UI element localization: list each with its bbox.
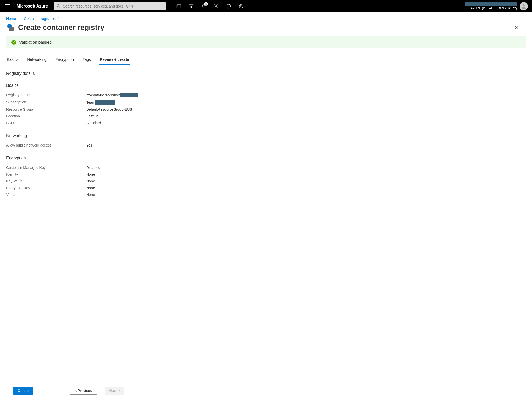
menu-icon[interactable] xyxy=(2,1,12,11)
label-subscription: Subscription xyxy=(6,100,86,105)
chevron-right-icon: 〉 xyxy=(18,17,21,21)
tab-networking[interactable]: Networking xyxy=(26,56,47,65)
svg-point-8 xyxy=(523,4,524,6)
section-registry-details: Registry details xyxy=(6,71,526,76)
svg-point-7 xyxy=(242,6,242,6)
subsection-encryption: Encryption xyxy=(6,156,526,161)
value-subscription: Team xyxy=(86,100,95,104)
container-registry-icon xyxy=(6,23,15,32)
redacted xyxy=(120,93,138,97)
row-location: Location East US xyxy=(6,113,526,119)
redacted xyxy=(95,100,115,105)
content: ✓ Validation passed Basics Networking En… xyxy=(0,36,532,380)
notification-badge: 1 xyxy=(204,2,208,6)
value-location: East US xyxy=(86,114,99,118)
label-public-access: Allow public network access xyxy=(6,143,86,147)
subsection-basics: Basics xyxy=(6,83,526,88)
value-encryption-key: None xyxy=(86,186,95,190)
label-registry-name: Registry name xyxy=(6,93,86,97)
value-sku: Standard xyxy=(86,121,101,125)
row-cmk: Customer-Managed Key Disabled xyxy=(6,164,526,171)
notifications-icon[interactable]: 1 xyxy=(201,3,207,9)
help-icon[interactable] xyxy=(225,3,232,9)
subsection-networking: Networking xyxy=(6,134,526,138)
tab-tags[interactable]: Tags xyxy=(82,56,91,65)
row-version: Version None xyxy=(6,191,526,198)
directory-label: AZURE (DEFAULT DIRECTORY) xyxy=(465,6,517,11)
svg-point-5 xyxy=(239,4,243,8)
value-registry-name: mycontainerregistry2 xyxy=(86,93,120,97)
value-identity: None xyxy=(86,172,95,176)
svg-rect-2 xyxy=(177,5,181,8)
checkmark-icon: ✓ xyxy=(11,40,16,45)
value-public-access: Yes xyxy=(86,143,92,147)
page-title: Create container registry xyxy=(18,23,104,32)
label-version: Version xyxy=(6,192,86,197)
breadcrumb-container-registries[interactable]: Container registries xyxy=(24,17,55,21)
svg-point-3 xyxy=(216,6,217,7)
row-identity: Identity None xyxy=(6,171,526,178)
label-sku: SKU xyxy=(6,121,86,125)
search-icon xyxy=(57,4,60,9)
label-resource-group: Resource Group xyxy=(6,107,86,111)
svg-rect-9 xyxy=(9,27,14,31)
settings-icon[interactable] xyxy=(213,3,219,9)
chevron-right-icon: 〉 xyxy=(58,17,61,21)
svg-point-0 xyxy=(57,4,59,7)
search-box[interactable] xyxy=(54,2,166,10)
row-registry-name: Registry name mycontainerregistry2 xyxy=(6,91,526,99)
svg-point-6 xyxy=(240,6,241,6)
value-key-vault: None xyxy=(86,179,95,183)
label-key-vault: Key Vault xyxy=(6,179,86,183)
row-key-vault: Key Vault None xyxy=(6,178,526,184)
tab-encryption[interactable]: Encryption xyxy=(55,56,74,65)
avatar[interactable] xyxy=(520,2,528,10)
validation-banner: ✓ Validation passed xyxy=(6,36,526,48)
search-input[interactable] xyxy=(63,4,163,8)
value-version: None xyxy=(86,192,95,197)
tabs: Basics Networking Encryption Tags Review… xyxy=(6,56,526,65)
top-bar: Microsoft Azure 1 AZURE (DEFAULT DIRE xyxy=(0,0,532,12)
top-icons: 1 xyxy=(176,3,244,9)
account-email-redacted xyxy=(465,2,517,6)
svg-line-1 xyxy=(59,6,60,8)
breadcrumb-home[interactable]: Home xyxy=(6,17,16,21)
value-resource-group: DefaultResourceGroup-EUS xyxy=(86,107,132,111)
tab-review-create[interactable]: Review + create xyxy=(99,56,130,65)
row-resource-group: Resource Group DefaultResourceGroup-EUS xyxy=(6,106,526,113)
cloud-shell-icon[interactable] xyxy=(176,3,182,9)
row-sku: SKU Standard xyxy=(6,119,526,126)
breadcrumb: Home 〉 Container registries 〉 xyxy=(0,12,532,22)
filter-icon[interactable] xyxy=(188,3,194,9)
label-cmk: Customer-Managed Key xyxy=(6,165,86,170)
feedback-icon[interactable] xyxy=(238,3,244,9)
validation-message: Validation passed xyxy=(19,40,52,45)
close-icon[interactable] xyxy=(512,23,521,32)
account-area[interactable]: AZURE (DEFAULT DIRECTORY) xyxy=(465,2,530,11)
row-encryption-key: Encryption key None xyxy=(6,184,526,191)
label-location: Location xyxy=(6,114,86,118)
value-cmk: Disabled xyxy=(86,165,100,170)
tab-basics[interactable]: Basics xyxy=(6,56,19,65)
row-public-access: Allow public network access Yes xyxy=(6,142,526,149)
page-header: Create container registry xyxy=(0,22,532,36)
row-subscription: Subscription Team xyxy=(6,99,526,106)
label-encryption-key: Encryption key xyxy=(6,186,86,190)
label-identity: Identity xyxy=(6,172,86,176)
brand-label: Microsoft Azure xyxy=(15,4,52,9)
